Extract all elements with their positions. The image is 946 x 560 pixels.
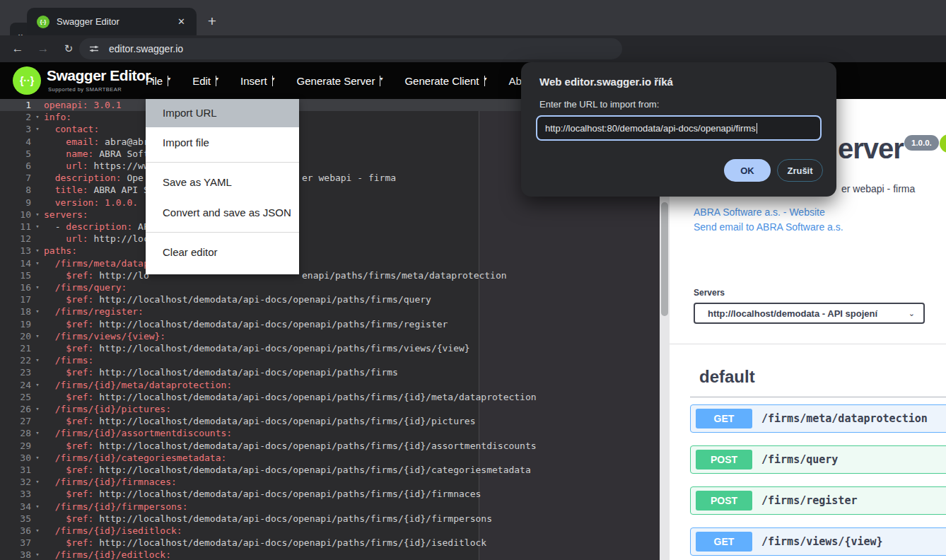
- editor-line-10[interactable]: 10▾servers:: [0, 209, 660, 221]
- editor-line-11[interactable]: 11▾ - description: AP: [0, 221, 660, 233]
- fold-icon[interactable]: ▾: [31, 427, 44, 439]
- fold-icon[interactable]: ▾: [31, 245, 44, 257]
- file-menu-item-convert-and-save-as-json[interactable]: Convert and save as JSON: [146, 197, 299, 228]
- method-badge: POST: [696, 491, 752, 511]
- opblock--firms-register[interactable]: POST/firms/register: [690, 486, 946, 515]
- menu-generate-server[interactable]: Generate Server▾: [297, 75, 381, 87]
- file-dropdown-menu: Import URLImport fileSave as YAMLConvert…: [146, 99, 299, 274]
- opblock--firms-views-view-[interactable]: GET/firms/views/{view}: [690, 527, 946, 556]
- fold-icon[interactable]: ▾: [31, 305, 44, 317]
- file-menu-item-import-url[interactable]: Import URL: [146, 99, 299, 127]
- chevron-down-icon: ▾: [168, 76, 168, 86]
- operation-path: /firms/register: [761, 487, 857, 514]
- line-number: 25: [0, 391, 31, 403]
- menu-insert[interactable]: Insert▾: [240, 75, 273, 87]
- fold-icon[interactable]: ▾: [31, 549, 44, 560]
- editor-line-30[interactable]: 30▾ /firms/{id}/categoriesmetadata:: [0, 452, 660, 464]
- ok-button[interactable]: OK: [724, 159, 771, 182]
- file-menu-item-import-file[interactable]: Import file: [146, 127, 299, 158]
- site-settings-icon[interactable]: [88, 42, 100, 55]
- editor-line-16[interactable]: 16▾ /firms/query:: [0, 281, 660, 293]
- code-text: /firms/register:: [44, 306, 144, 317]
- fold-icon[interactable]: ▾: [31, 123, 44, 135]
- editor-line-38[interactable]: 38▾ /firms/{id}/editlock:: [0, 549, 660, 560]
- browser-tab[interactable]: {-} Swagger Editor ✕: [27, 8, 197, 35]
- method-badge: GET: [696, 409, 752, 428]
- fold-icon[interactable]: ▾: [31, 281, 44, 293]
- operation-path: /firms/query: [761, 446, 838, 473]
- editor-scrollbar-thumb[interactable]: [661, 202, 668, 316]
- new-tab-button[interactable]: +: [201, 10, 223, 33]
- editor-line-32[interactable]: 32▾ /firms/{id}/firmnaces:: [0, 476, 660, 488]
- address-bar[interactable]: editor.swagger.io: [79, 38, 622, 59]
- forward-button[interactable]: →: [34, 40, 52, 58]
- editor-line-18[interactable]: 18▾ /firms/register:: [0, 305, 660, 317]
- editor-line-34[interactable]: 34▾ /firms/{id}/firmpersons:: [0, 501, 660, 513]
- back-button[interactable]: ←: [8, 40, 27, 58]
- editor-line-31[interactable]: 31 $ref: http://localhost/demodata/api-d…: [0, 464, 660, 476]
- line-number: 36: [0, 525, 31, 537]
- menu-file[interactable]: File▾: [146, 75, 168, 87]
- tab-title: Swagger Editor: [57, 16, 173, 27]
- fold-icon[interactable]: ▾: [31, 330, 44, 342]
- editor-line-36[interactable]: 36▾ /firms/{id}/iseditlock:: [0, 525, 660, 537]
- line-number: 12: [0, 233, 31, 245]
- editor-line-29[interactable]: 29 $ref: http://localhost/demodata/api-d…: [0, 440, 660, 452]
- editor-line-27[interactable]: 27 $ref: http://localhost/demodata/api-d…: [0, 415, 660, 427]
- editor-line-37[interactable]: 37 $ref: http://localhost/demodata/api-d…: [0, 537, 660, 549]
- code-text: url: https://ww: [44, 161, 149, 171]
- line-number: 29: [0, 440, 31, 452]
- editor-line-15[interactable]: 15 $ref: http://loenapi/paths/firms/meta…: [0, 269, 660, 281]
- editor-line-17[interactable]: 17 $ref: http://localhost/demodata/api-d…: [0, 293, 660, 305]
- code-text: $ref: http://localhost/demodata/api-docs…: [44, 343, 470, 354]
- fold-icon[interactable]: ▾: [31, 111, 44, 123]
- fold-icon[interactable]: ▾: [31, 354, 44, 366]
- fold-icon[interactable]: ▾: [31, 501, 44, 513]
- swagger-logo-icon: {··}: [13, 66, 41, 95]
- email-link[interactable]: Send email to ABRA Software a.s.: [694, 221, 843, 233]
- editor-line-23[interactable]: 23 $ref: http://localhost/demodata/api-d…: [0, 366, 660, 378]
- fold-icon[interactable]: ▾: [31, 379, 44, 391]
- editor-line-13[interactable]: 13▾paths:: [0, 245, 660, 257]
- editor-line-19[interactable]: 19 $ref: http://localhost/demodata/api-d…: [0, 318, 660, 330]
- opblock--firms-meta-dataprotection[interactable]: GET/firms/meta/dataprotection: [690, 404, 946, 433]
- tag-title[interactable]: default: [699, 367, 755, 387]
- fold-icon[interactable]: ▾: [31, 257, 44, 269]
- fold-icon[interactable]: ▾: [31, 476, 44, 488]
- editor-line-22[interactable]: 22▾ /firms:: [0, 354, 660, 366]
- line-number: 33: [0, 488, 31, 500]
- line-number: 20: [0, 330, 31, 342]
- editor-line-20[interactable]: 20▾ /firms/views/{view}:: [0, 330, 660, 342]
- reload-button[interactable]: ↻: [59, 40, 78, 58]
- code-text: /firms:: [44, 355, 93, 366]
- url-input[interactable]: http://localhost:80/demodata/api-docs/op…: [536, 115, 822, 141]
- editor-line-33[interactable]: 33 $ref: http://localhost/demodata/api-d…: [0, 488, 660, 500]
- server-select[interactable]: http://localhost/demodata - API spojení …: [694, 303, 925, 324]
- fold-icon[interactable]: ▾: [31, 525, 44, 537]
- operation-path: /firms/views/{view}: [761, 528, 883, 555]
- line-number: 38: [0, 549, 31, 560]
- editor-line-21[interactable]: 21 $ref: http://localhost/demodata/api-d…: [0, 342, 660, 354]
- website-link[interactable]: ABRA Software a.s. - Website: [694, 206, 825, 218]
- editor-line-26[interactable]: 26▾ /firms/{id}/pictures:: [0, 403, 660, 415]
- editor-line-14[interactable]: 14▾ /firms/meta/datap: [0, 257, 660, 269]
- code-text: $ref: http://localhost/demodata/api-docs…: [44, 489, 481, 499]
- editor-line-12[interactable]: 12 url: http://loc: [0, 233, 660, 245]
- editor-line-25[interactable]: 25 $ref: http://localhost/demodata/api-d…: [0, 391, 660, 403]
- fold-icon[interactable]: ▾: [31, 209, 44, 221]
- editor-line-28[interactable]: 28▾ /firms/{id}/assortmentdiscounts:: [0, 427, 660, 439]
- file-menu-item-save-as-yaml[interactable]: Save as YAML: [146, 167, 299, 197]
- editor-line-24[interactable]: 24▾ /firms/{id}/meta/dataprotection:: [0, 379, 660, 391]
- fold-icon[interactable]: ▾: [31, 221, 44, 233]
- menu-edit[interactable]: Edit▾: [192, 75, 216, 87]
- tab-close-icon[interactable]: ✕: [173, 15, 189, 28]
- editor-line-35[interactable]: 35 $ref: http://localhost/demodata/api-d…: [0, 513, 660, 525]
- fold-icon[interactable]: ▾: [31, 452, 44, 464]
- menu-generate-client[interactable]: Generate Client▾: [404, 75, 484, 87]
- fold-icon[interactable]: ▾: [31, 403, 44, 415]
- code-text: info:: [44, 112, 71, 122]
- file-menu-item-clear-editor[interactable]: Clear editor: [146, 237, 299, 267]
- editor-line-9[interactable]: 9 version: 1.0.0.: [0, 197, 660, 209]
- opblock--firms-query[interactable]: POST/firms/query: [690, 445, 946, 474]
- cancel-button[interactable]: Zrušit: [777, 159, 823, 182]
